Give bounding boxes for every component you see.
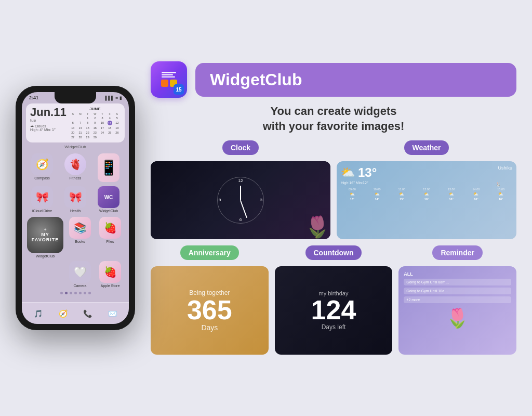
forecast-12: 12:00 ⛅ 16°	[415, 188, 438, 201]
top-badges-row: Clock Weather	[151, 140, 516, 155]
cal-day-of-week: tue	[30, 118, 36, 123]
cal-temp: High: 4° Min: 1°	[30, 128, 56, 132]
weather-top: ⛅ 13° 🐰	[341, 165, 512, 180]
dock-compass[interactable]: 🧭	[59, 309, 68, 318]
app-title-area: WidgetClub	[195, 63, 516, 97]
signal-icon: ▌▌▌	[105, 96, 114, 100]
status-icons: ▌▌▌ ≈ ▮	[105, 96, 122, 100]
app-logo[interactable]: 15	[151, 61, 187, 98]
cal-right: JUNE S M T W T F S 1	[70, 107, 121, 139]
countdown-badge[interactable]: Countdown	[305, 245, 362, 260]
header-row: 15 WidgetClub	[151, 61, 516, 98]
right-section: 15 WidgetClub You can create widgetswith…	[151, 61, 516, 354]
countdown-unit: Days left	[322, 323, 346, 331]
clock-preview: 🌷 12 3 6 9	[151, 161, 330, 239]
weather-city: Ushiku	[498, 165, 512, 171]
app-compass[interactable]: 🧭 Compass	[27, 153, 57, 183]
dock-music[interactable]: 🎵	[34, 309, 43, 318]
logo-lines	[162, 72, 176, 77]
app-empty	[27, 261, 63, 288]
app-fitness[interactable]: 🫀 Fitness	[60, 153, 90, 183]
weather-badge[interactable]: Weather	[404, 140, 449, 155]
icloud-label: iCloud Drive	[32, 209, 52, 213]
anniversary-badge-col: Anniversary	[151, 245, 269, 260]
dot-3	[70, 292, 72, 294]
forecast-10: 10:00 ⛅ 14°	[366, 188, 389, 201]
anniversary-badge[interactable]: Anniversary	[180, 245, 239, 260]
fitness-icon: 🫀	[64, 153, 86, 175]
app-books[interactable]: 📚 Books	[66, 217, 94, 258]
app-grid-2: ✦ MY FAVORITE WidgetClub 📚 Books 🍓 Files	[22, 215, 129, 290]
app-widgetclub-icon[interactable]: WC WidgetClub	[94, 186, 124, 213]
cal-grid: S M T W T F S 1 2 3	[70, 112, 121, 139]
anniversary-preview: Being together 365 Days	[151, 266, 269, 355]
myfav-label: WidgetClub	[36, 254, 55, 258]
weather-temp: 13°	[358, 165, 377, 180]
reminder-item-more: +2 more	[404, 296, 511, 303]
phone-section: 2:41 ▌▌▌ ≈ ▮ Jun.11 tue ☁ Clouds	[16, 86, 135, 330]
dot-1	[60, 292, 63, 294]
app-phone-img[interactable]: 📱	[94, 153, 124, 183]
widgetclub-label2: WidgetClub	[99, 209, 118, 213]
health-icon: 🎀	[64, 186, 86, 208]
app-camera[interactable]: 🤍 Camera	[66, 261, 94, 288]
bottom-badges-row: Anniversary Countdown Reminder	[151, 245, 516, 260]
page-dots	[22, 292, 129, 294]
anniv-number: 365	[187, 296, 232, 323]
cal-month: JUNE	[70, 107, 121, 111]
weather-cloud-icon: ⛅	[341, 166, 355, 179]
health-label: Health	[70, 209, 81, 213]
wifi-icon: ≈	[116, 96, 118, 100]
app-apple-store[interactable]: 🍓 Apple Store	[97, 261, 124, 288]
reminder-badge[interactable]: Reminder	[432, 245, 483, 260]
apple-store-icon: 🍓	[99, 261, 121, 283]
phone-screen: 2:41 ▌▌▌ ≈ ▮ Jun.11 tue ☁ Clouds	[22, 92, 129, 324]
clock-min-hand	[240, 200, 247, 217]
weather-badge-col: Weather	[337, 140, 516, 155]
clock-num-3: 3	[260, 198, 262, 202]
dot-5	[79, 292, 82, 294]
reminder-top-label: ALL	[404, 271, 511, 277]
logo-icon-orange	[161, 80, 168, 87]
cal-left: Jun.11 tue ☁ Clouds High: 4° Min: 1°	[30, 107, 66, 139]
clock-face: 12 3 6 9	[217, 177, 264, 224]
apple-store-label: Apple Store	[101, 284, 120, 288]
bottom-previews-row: Being together 365 Days my birthday 124 …	[151, 266, 516, 355]
dock-mail[interactable]: ✉️	[108, 309, 117, 318]
app-icloud[interactable]: 🎀 iCloud Drive	[27, 186, 57, 213]
forecast-09: 09:00 ⛅ 13°	[341, 188, 364, 201]
fitness-label: Fitness	[70, 176, 82, 180]
cloud-icon: ☁	[30, 124, 34, 128]
phone-frame: 2:41 ▌▌▌ ≈ ▮ Jun.11 tue ☁ Clouds	[16, 86, 135, 330]
clock-hour-hand	[240, 186, 241, 200]
icloud-icon: 🎀	[31, 186, 53, 208]
phone-dock: 🎵 🧭 📞 ✉️	[22, 302, 129, 324]
app-tagline: You can create widgetswith your favorite…	[151, 104, 516, 134]
top-previews-row: 🌷 12 3 6 9 Ushiku ⛅ 13° 🐰 High:1	[151, 161, 516, 239]
clock-num-6: 6	[240, 217, 242, 222]
app-health[interactable]: 🎀 Health	[60, 186, 90, 213]
logo-line-3	[162, 76, 175, 77]
clock-num-9: 9	[219, 198, 221, 202]
reminder-badge-col: Reminder	[398, 245, 516, 260]
logo-line-2	[162, 74, 173, 75]
calendar-widget[interactable]: Jun.11 tue ☁ Clouds High: 4° Min: 1° JUN…	[26, 103, 125, 142]
dock-phone[interactable]: 📞	[83, 309, 92, 318]
weather-bunny-emoji: 🐰	[496, 182, 501, 187]
dot-4	[74, 292, 77, 294]
myfav-widget: ✦ MY FAVORITE	[27, 217, 63, 253]
reminder-preview: ALL Going to Gym Until 8am ... Going to …	[398, 266, 516, 355]
countdown-badge-col: Countdown	[275, 245, 393, 260]
books-icon: 📚	[69, 217, 91, 239]
widgetclub-icon: WC	[98, 186, 119, 208]
clock-flowers: 🌷	[304, 215, 330, 239]
countdown-preview: my birthday 124 Days left	[275, 266, 393, 355]
app-files[interactable]: 🍓 Files	[97, 217, 124, 258]
forecast-15: 15:00 ⛅ 16°	[489, 188, 512, 201]
dot-6	[84, 292, 86, 294]
clock-badge-col: Clock	[151, 140, 330, 155]
weather-forecast: 09:00 ⛅ 13° 10:00 ⛅ 14° 11:00 ⛅ 15°	[341, 188, 512, 201]
clock-badge[interactable]: Clock	[222, 140, 259, 155]
files-label: Files	[107, 240, 114, 243]
app-myfav[interactable]: ✦ MY FAVORITE WidgetClub	[27, 217, 63, 258]
